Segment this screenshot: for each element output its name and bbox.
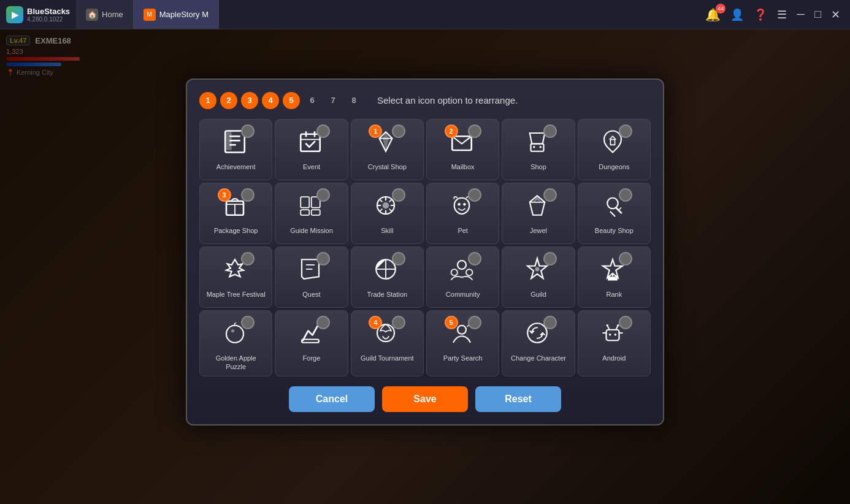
save-button[interactable]: Save [382, 386, 468, 412]
icon-cell-mailbox[interactable]: 2Mailbox [426, 119, 499, 180]
icon-cell-event[interactable]: Event [275, 119, 348, 180]
slot-3[interactable]: 3 [241, 92, 258, 109]
icon-label: Skill [381, 226, 393, 235]
svg-rect-19 [312, 210, 320, 215]
icon-badge: 3 [218, 188, 231, 202]
svg-point-23 [463, 203, 465, 205]
tab-home[interactable]: 🏠 Home [76, 0, 134, 29]
icon-cell-crystal-shop[interactable]: 1Crystal Shop [351, 119, 424, 180]
icon-cell-community[interactable]: Community [426, 246, 499, 308]
icon-cell-change-character[interactable]: Change Character [502, 310, 575, 377]
icon-badge: 1 [369, 124, 382, 138]
icon-wrapper: 2 [447, 127, 479, 159]
slot-1[interactable]: 1 [199, 92, 216, 109]
icon-select-circle [316, 124, 330, 138]
icon-label: Mailbox [451, 162, 475, 171]
maximize-button[interactable]: □ [814, 8, 821, 21]
tab-maplestory[interactable]: M MapleStory M [134, 0, 219, 29]
icon-select-circle [619, 188, 632, 202]
icon-cell-guild[interactable]: Guild [502, 246, 575, 308]
icon-label: Dungeons [599, 162, 629, 171]
icon-wrapper [220, 254, 252, 286]
slot-2[interactable]: 2 [220, 92, 237, 109]
app-logo: ▶ BlueStacks 4.280.0.1022 [0, 6, 76, 23]
icon-select-circle [392, 316, 405, 329]
icon-wrapper [296, 127, 327, 159]
slot-6[interactable]: 6 [304, 92, 321, 109]
svg-rect-50 [607, 329, 619, 340]
icon-wrapper [220, 127, 252, 159]
icon-cell-guild-tournament[interactable]: 4Guild Tournament [351, 310, 424, 377]
icon-select-circle [241, 188, 255, 202]
icon-badge: 2 [445, 124, 458, 138]
icon-cell-rank[interactable]: Rank [578, 246, 651, 308]
svg-line-30 [611, 212, 615, 216]
menu-icon[interactable]: ☰ [777, 8, 787, 21]
icon-select-circle [468, 316, 481, 329]
icon-select-circle [316, 188, 330, 202]
slot-8[interactable]: 8 [345, 92, 362, 109]
top-bar-controls: 🔔 44 👤 ❓ ☰ ─ □ ✕ [705, 7, 850, 22]
icon-label: Change Character [511, 354, 566, 362]
minimize-button[interactable]: ─ [797, 8, 805, 21]
svg-point-43 [231, 329, 234, 332]
icon-label: Jewel [530, 226, 547, 235]
icon-wrapper [447, 191, 479, 223]
icon-wrapper [598, 254, 630, 286]
icon-label: Guild [530, 290, 546, 299]
icon-cell-maple-tree-festival[interactable]: Maple Tree Festival [199, 246, 272, 308]
icon-select-circle [392, 188, 405, 202]
icon-wrapper [296, 191, 327, 223]
tab-home-label: Home [102, 10, 123, 19]
icon-cell-party-search[interactable]: 5Party Search [426, 310, 499, 377]
svg-point-38 [466, 269, 473, 276]
user-icon[interactable]: 👤 [730, 8, 744, 21]
icon-select-circle [619, 124, 632, 138]
reset-button[interactable]: Reset [475, 386, 561, 412]
slot-4[interactable]: 4 [262, 92, 279, 109]
icon-label: Pet [458, 226, 468, 235]
icon-cell-package-shop[interactable]: 3Package Shop [199, 183, 272, 244]
icon-cell-guide-mission[interactable]: Guide Mission [275, 183, 348, 244]
logo-icon: ▶ [6, 6, 23, 23]
icon-cell-dungeons[interactable]: Dungeons [578, 119, 651, 180]
close-button[interactable]: ✕ [831, 8, 840, 21]
icon-wrapper: 4 [371, 318, 403, 350]
icon-cell-android[interactable]: Android [578, 310, 651, 377]
help-icon[interactable]: ❓ [754, 8, 767, 21]
icon-cell-trade-station[interactable]: Trade Station [351, 246, 424, 308]
icon-wrapper [523, 191, 554, 223]
icon-wrapper [598, 191, 630, 223]
icon-label: Golden Apple Puzzle [205, 354, 267, 372]
svg-point-36 [458, 261, 466, 269]
icon-select-circle [468, 124, 481, 138]
app-version: 4.280.0.1022 [27, 16, 70, 23]
icon-wrapper [371, 191, 403, 223]
icon-wrapper: 1 [371, 127, 403, 159]
icon-label: Crystal Shop [368, 162, 407, 171]
icon-cell-beauty-shop[interactable]: Beauty Shop [578, 183, 651, 244]
notification-bell[interactable]: 🔔 44 [705, 7, 721, 22]
slot-7[interactable]: 7 [324, 92, 342, 109]
cancel-button[interactable]: Cancel [289, 386, 375, 412]
icon-grid: AchievementEvent1Crystal Shop2MailboxSho… [199, 119, 651, 377]
icon-cell-quest[interactable]: Quest [275, 246, 348, 308]
icon-wrapper [371, 254, 403, 286]
icon-cell-jewel[interactable]: Jewel [502, 183, 575, 244]
svg-point-55 [607, 324, 609, 327]
icon-cell-achievement[interactable]: Achievement [199, 119, 272, 180]
icon-cell-skill[interactable]: Skill [351, 183, 424, 244]
tab-maplestory-label: MapleStory M [159, 10, 209, 19]
icon-cell-shop[interactable]: Shop [502, 119, 575, 180]
icon-cell-pet[interactable]: Pet [426, 183, 499, 244]
icon-select-circle [543, 316, 557, 329]
icon-label: Quest [302, 290, 320, 299]
icon-cell-forge[interactable]: Forge [275, 310, 348, 377]
slot-5[interactable]: 5 [283, 92, 300, 109]
icon-select-circle [543, 124, 557, 138]
svg-rect-18 [301, 210, 309, 215]
icon-wrapper [598, 318, 630, 350]
svg-point-46 [458, 325, 466, 334]
icon-label: Shop [530, 162, 546, 171]
icon-cell-golden-apple-puzzle[interactable]: Golden Apple Puzzle [199, 310, 272, 377]
